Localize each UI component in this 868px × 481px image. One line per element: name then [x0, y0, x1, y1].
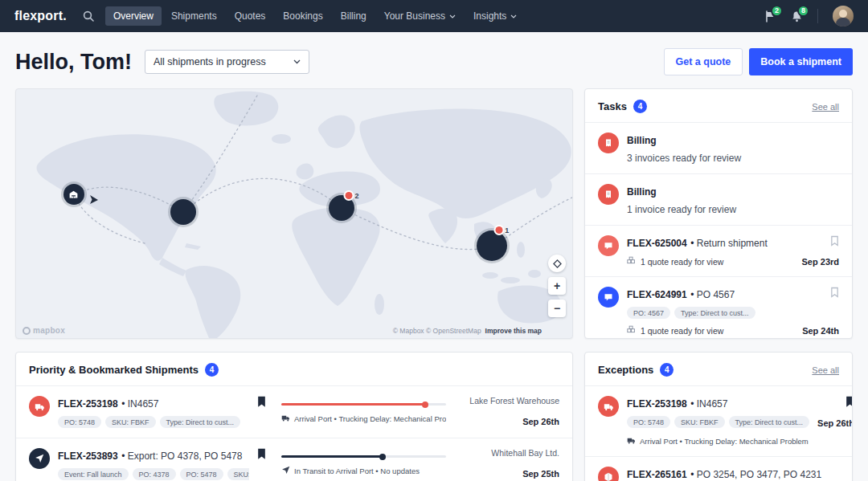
tag-row: PO: 5748SKU: FBKFType: Direct to cust... — [58, 416, 249, 428]
nav-item-label: Your Business — [384, 10, 445, 22]
shipment-cluster[interactable] — [477, 230, 507, 261]
status-text: Arrival Port • Trucking Delay: Mechanica… — [640, 437, 809, 446]
nav-item[interactable]: Insights — [465, 6, 525, 26]
priority-list: FLEX-253198 IN4657 PO: 5748SKU: FBKFType… — [16, 385, 572, 481]
nav-menu: Overview Shipments Quotes Bookings Billi… — [105, 6, 525, 26]
warehouse-icon — [68, 190, 79, 200]
exceptions-header: Exceptions 4 See all — [585, 353, 852, 385]
exception-type-icon — [598, 396, 619, 417]
locate-button[interactable] — [548, 255, 566, 272]
shipment-id: FLEX-265161 — [627, 469, 687, 480]
chevron-down-icon — [449, 14, 456, 18]
bookmark-icon[interactable] — [257, 448, 273, 459]
shipment-cluster[interactable] — [170, 199, 196, 225]
tag-pill: PO: 5478 — [180, 468, 223, 480]
task-type-icon — [598, 184, 619, 205]
exception-row[interactable]: FLEX-265161 PO 3254, PO 3477, PO 4231 Ev… — [585, 456, 852, 481]
exceptions-see-all-link[interactable]: See all — [812, 365, 839, 375]
task-item[interactable]: Billing 3 invoices ready for review — [585, 122, 852, 173]
warehouse-marker[interactable] — [63, 184, 84, 205]
shipment-desc: IN4657 — [690, 398, 727, 410]
tag-pill: PO: 5748 — [627, 416, 670, 428]
nav-item[interactable]: Quotes — [227, 6, 274, 26]
progress-bar — [281, 455, 446, 458]
landmasses — [36, 92, 571, 338]
tag-pill: PO: 5748 — [58, 416, 101, 428]
get-quote-button[interactable]: Get a quote — [664, 48, 743, 75]
improve-map-link[interactable]: Improve this map — [485, 327, 542, 335]
tag-pill: Type: Direct to cust... — [729, 416, 810, 428]
nav-item[interactable]: Overview — [105, 6, 162, 26]
navbar-right: 2 8 — [764, 6, 854, 26]
page-header: Hello, Tom! All shipments in progress Ge… — [15, 48, 853, 75]
task-title: FLEX-625004 — [627, 238, 687, 249]
task-title: Billing — [627, 135, 657, 146]
due-date: Sep 23rd — [802, 257, 839, 267]
user-avatar[interactable] — [833, 6, 854, 26]
divider — [817, 9, 818, 23]
shipment-row[interactable]: FLEX-253893 Export: PO 4378, PO 5478 Eve… — [16, 438, 572, 481]
task-type-icon — [598, 287, 619, 308]
tasks-list: Billing 3 invoices ready for review — [585, 122, 852, 339]
progress-fill — [281, 403, 426, 406]
task-title: Billing — [627, 186, 657, 198]
nav-item-label: Bookings — [283, 10, 322, 22]
due-date: Sep 24th — [802, 326, 839, 336]
tag-pill: Event: Fall launch — [58, 468, 129, 480]
bookmark-icon[interactable] — [257, 396, 273, 407]
priority-shipments-panel: Priority & Bookmarked Shipments 4 — [15, 352, 573, 481]
status-text: In Transit to Arrival Port • No updates — [294, 467, 420, 475]
progress-bar — [281, 403, 446, 406]
shipment-map[interactable]: 2 1 + − © Mapbox © OpenStreetMap Improve… — [15, 88, 573, 339]
notifications-button[interactable]: 8 — [791, 10, 803, 22]
zoom-out-button[interactable]: − — [548, 300, 566, 317]
alert-count: 1 — [505, 226, 509, 234]
task-item[interactable]: FLEX-624991 PO 4567 PO: 4567Type: Direct… — [585, 276, 852, 339]
search-icon[interactable] — [83, 10, 94, 22]
exception-row[interactable]: FLEX-253198 IN4657 PO: 5748SKU: FBKFType… — [585, 385, 852, 456]
destination-name: Lake Forest Warehouse — [469, 396, 559, 406]
tag-pill: SKU: LVMM — [227, 468, 249, 480]
page-title: Hello, Tom! — [15, 50, 132, 75]
exceptions-title: Exceptions — [598, 364, 653, 376]
map-attribution: © Mapbox © OpenStreetMap Improve this ma… — [393, 327, 542, 335]
tasks-header: Tasks 4 See all — [585, 89, 852, 122]
tasks-see-all-link[interactable]: See all — [812, 102, 839, 112]
progress-fill — [281, 455, 383, 458]
exceptions-list: FLEX-253198 IN4657 PO: 5748SKU: FBKFType… — [585, 385, 852, 481]
exception-marker[interactable]: 2 — [345, 192, 358, 200]
status-icon — [281, 414, 290, 424]
shipment-filter-select[interactable]: All shipments in progress — [145, 50, 309, 74]
task-type-icon — [598, 235, 619, 256]
nav-item-label: Shipments — [171, 10, 217, 22]
bookmark-icon[interactable] — [845, 396, 853, 407]
book-shipment-button[interactable]: Book a shipment — [749, 48, 853, 75]
nav-item[interactable]: Billing — [333, 6, 375, 26]
tag-pill: PO: 4567 — [627, 307, 670, 319]
notifications-badge: 8 — [797, 5, 809, 17]
flexport-logo: flexport. — [14, 9, 67, 23]
shipment-id: FLEX-253893 — [58, 450, 118, 462]
tag-row: PO: 4567Type: Direct to cust... — [627, 307, 794, 319]
eta-date: Sep 25th — [522, 469, 559, 479]
bookmark-icon[interactable] — [830, 287, 839, 298]
status-icon — [281, 466, 290, 476]
nav-item[interactable]: Bookings — [275, 6, 330, 26]
nav-item[interactable]: Shipments — [163, 6, 225, 26]
exceptions-panel: Exceptions 4 See all — [584, 352, 853, 481]
messages-button[interactable]: 2 — [764, 10, 776, 22]
filter-value: All shipments in progress — [154, 56, 266, 67]
task-item[interactable]: FLEX-625004 Return shipment 1 quote read… — [585, 225, 852, 276]
nav-item[interactable]: Your Business — [376, 6, 464, 26]
bookmark-icon[interactable] — [830, 235, 839, 247]
messages-badge: 2 — [771, 5, 783, 17]
priority-title: Priority & Bookmarked Shipments — [29, 364, 199, 376]
mapbox-ring-icon — [23, 327, 31, 335]
map-controls: + − — [548, 255, 566, 317]
shipment-row[interactable]: FLEX-253198 IN4657 PO: 5748SKU: FBKFType… — [16, 385, 572, 438]
task-item[interactable]: Billing 1 invoice ready for review — [585, 173, 852, 225]
exception-marker[interactable]: 1 — [495, 226, 509, 234]
zoom-in-button[interactable]: + — [548, 277, 566, 295]
nav-item-label: Billing — [341, 10, 366, 22]
tag-pill: Type: Direct to cust... — [674, 307, 755, 319]
